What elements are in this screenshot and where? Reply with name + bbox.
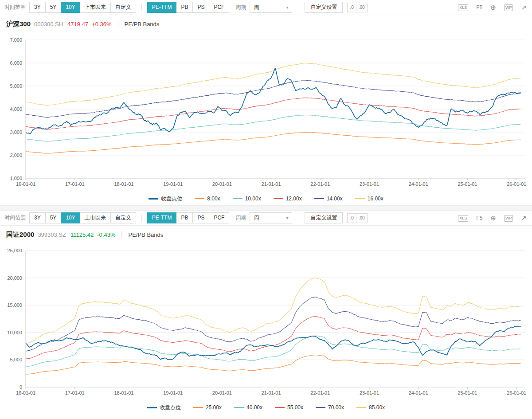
range-custom-button[interactable]: 自定义: [110, 2, 136, 13]
period-select[interactable]: 周 ▾: [250, 2, 292, 13]
share-icon[interactable]: ↗: [520, 2, 528, 13]
legend-swatch: [193, 407, 203, 408]
svg-text:25-01-01: 25-01-01: [458, 390, 477, 396]
export-xls-icon[interactable]: XLS: [457, 2, 469, 13]
legend-item-8.00x[interactable]: 8.00x: [195, 196, 220, 202]
metric-button-group: PE-TTM PB PS PCF: [147, 212, 230, 223]
refresh-f5-button[interactable]: F5: [475, 2, 483, 13]
range-custom-button[interactable]: 自定义: [110, 212, 136, 223]
metric-pb-button[interactable]: PB: [176, 212, 193, 223]
add-circle-icon[interactable]: ⊕: [489, 2, 497, 13]
metric-pe-ttm-button[interactable]: PE-TTM: [147, 212, 177, 223]
legend-label: 8.00x: [207, 196, 220, 202]
index-code: 000300.SH: [34, 21, 63, 27]
svg-text:26-01-01: 26-01-01: [507, 390, 526, 396]
time-range-label: 时间范围: [4, 4, 26, 11]
legend-label: 16.00x: [368, 196, 383, 202]
range-since-listing-button[interactable]: 上市以来: [80, 212, 111, 223]
legend-item-70.00x[interactable]: 70.00x: [316, 404, 344, 411]
wp-export-icon[interactable]: WP: [503, 2, 514, 13]
legend-swatch: [147, 407, 157, 408]
share-icon[interactable]: ↗: [520, 213, 528, 223]
svg-text:5,000: 5,000: [10, 357, 22, 362]
decimal-increase-button[interactable]: .00: [356, 213, 368, 223]
panel-hs300: 时间范围 3Y 5Y 10Y 上市以来 自定义 PE-TTM PB PS PCF…: [0, 0, 532, 205]
pe-bands-chart-hs300[interactable]: 1,0002,0003,0004,0005,0006,0007,00016-01…: [0, 33, 532, 191]
svg-text:17-01-01: 17-01-01: [65, 181, 85, 187]
legend-label: 10.00x: [245, 196, 261, 202]
chart-area-hs300[interactable]: 1,0002,0003,0004,0005,0006,0007,00016-01…: [0, 33, 532, 192]
svg-text:4,000: 4,000: [10, 106, 22, 112]
refresh-f5-button[interactable]: F5: [475, 213, 483, 223]
toolbar-divider: [141, 215, 142, 222]
decimal-decrease-button[interactable]: .0: [347, 3, 356, 12]
range-button-group: 3Y 5Y 10Y 上市以来 自定义: [29, 212, 136, 223]
svg-text:20-01-01: 20-01-01: [212, 181, 232, 187]
range-10y-button[interactable]: 10Y: [61, 2, 80, 13]
metric-pcf-button[interactable]: PCF: [209, 2, 229, 13]
legend-label: 70.00x: [328, 404, 344, 411]
metric-ps-button[interactable]: PS: [192, 212, 209, 223]
export-xls-icon[interactable]: XLS: [457, 213, 469, 223]
index-change: +0.36%: [92, 21, 111, 27]
decimal-button-group: .0 .00: [347, 3, 367, 12]
legend-swatch: [274, 198, 283, 199]
range-3y-button[interactable]: 3Y: [29, 212, 46, 223]
legend-item-close[interactable]: 收盘点位: [149, 195, 182, 203]
metric-pcf-button[interactable]: PCF: [209, 212, 229, 223]
legend-swatch: [234, 407, 244, 408]
legend-label: 收盘点位: [161, 195, 182, 203]
svg-text:19-01-01: 19-01-01: [163, 390, 183, 396]
legend-label: 40.00x: [246, 404, 262, 411]
panel-gz2000: 时间范围 3Y 5Y 10Y 上市以来 自定义 PE-TTM PB PS PCF…: [0, 211, 532, 414]
toolbar-right-tools: XLS F5 ⊕ WP ↗: [457, 2, 528, 13]
legend-item-85.00x[interactable]: 85.00x: [356, 404, 385, 411]
range-5y-button[interactable]: 5Y: [45, 2, 62, 13]
legend-item-25.00x[interactable]: 25.00x: [193, 404, 222, 411]
legend-swatch: [275, 407, 285, 408]
svg-text:6,000: 6,000: [10, 60, 22, 66]
index-change: -0.43%: [97, 231, 115, 238]
legend-item-14.00x[interactable]: 14.00x: [314, 196, 343, 202]
svg-text:21-01-01: 21-01-01: [262, 390, 281, 396]
svg-text:25,000: 25,000: [7, 248, 22, 253]
svg-text:23-01-01: 23-01-01: [360, 181, 379, 187]
legend-item-40.00x[interactable]: 40.00x: [234, 404, 262, 411]
wp-export-icon[interactable]: WP: [503, 213, 514, 223]
decimal-increase-button[interactable]: .00: [356, 3, 368, 12]
range-10y-button[interactable]: 10Y: [61, 212, 80, 223]
legend-swatch: [149, 198, 158, 200]
bands-label: PE/PB Bands: [128, 231, 163, 238]
legend-label: 14.00x: [327, 196, 343, 202]
svg-text:18-01-01: 18-01-01: [114, 390, 133, 396]
index-header: 沪深300 000300.SH 4719.47 +0.36% PE/PB Ban…: [0, 15, 532, 33]
legend-item-12.00x[interactable]: 12.00x: [274, 196, 302, 202]
metric-pb-button[interactable]: PB: [176, 2, 193, 13]
svg-text:7,000: 7,000: [10, 37, 22, 43]
pe-bands-chart-gz2000[interactable]: 05,00010,00015,00020,00025,00016-01-0117…: [0, 243, 532, 399]
svg-text:19-01-01: 19-01-01: [163, 181, 183, 187]
metric-ps-button[interactable]: PS: [192, 2, 209, 13]
legend-item-10.00x[interactable]: 10.00x: [233, 196, 261, 202]
range-5y-button[interactable]: 5Y: [45, 212, 62, 223]
chart-area-gz2000[interactable]: 05,00010,00015,00020,00025,00016-01-0117…: [0, 243, 532, 401]
svg-text:26-01-01: 26-01-01: [507, 181, 526, 187]
svg-text:1,000: 1,000: [10, 176, 22, 181]
legend-label: 收盘点位: [160, 404, 181, 411]
period-select[interactable]: 周 ▾: [250, 212, 292, 223]
legend-item-close[interactable]: 收盘点位: [147, 404, 181, 411]
index-name: 沪深300: [6, 20, 31, 28]
range-since-listing-button[interactable]: 上市以来: [80, 2, 111, 13]
custom-settings-button[interactable]: 自定义设置: [305, 212, 343, 223]
legend-item-55.00x[interactable]: 55.00x: [275, 404, 303, 411]
range-3y-button[interactable]: 3Y: [29, 2, 46, 13]
chart-toolbar: 时间范围 3Y 5Y 10Y 上市以来 自定义 PE-TTM PB PS PCF…: [0, 211, 532, 226]
legend-item-16.00x[interactable]: 16.00x: [355, 196, 383, 202]
decimal-decrease-button[interactable]: .0: [347, 213, 356, 223]
add-circle-icon[interactable]: ⊕: [489, 213, 497, 223]
custom-settings-button[interactable]: 自定义设置: [305, 2, 343, 13]
svg-text:16-01-01: 16-01-01: [16, 390, 35, 396]
metric-pe-ttm-button[interactable]: PE-TTM: [147, 2, 177, 13]
svg-text:15,000: 15,000: [7, 302, 22, 308]
period-label: 周期: [235, 214, 246, 222]
